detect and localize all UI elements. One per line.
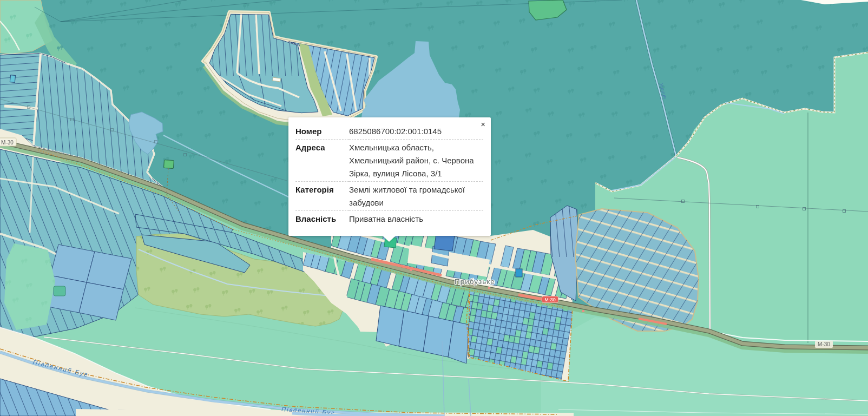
svg-text:Прибузьке: Прибузьке xyxy=(455,278,495,286)
svg-text:М-30: М-30 xyxy=(544,297,556,302)
svg-text:M-30: M-30 xyxy=(818,341,830,347)
svg-text:М-30: М-30 xyxy=(1,140,14,146)
